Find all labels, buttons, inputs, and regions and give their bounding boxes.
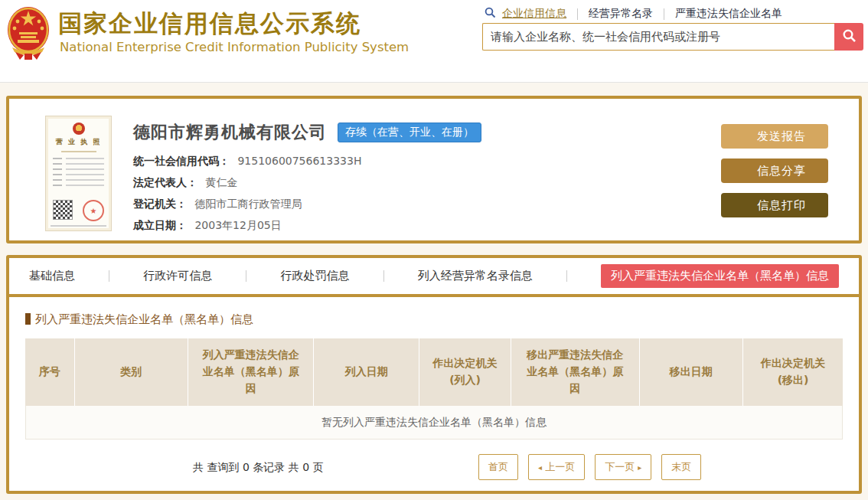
license-text-line <box>53 158 104 159</box>
nav-link-serious-violations[interactable]: 严重违法失信企业名单 <box>675 7 782 21</box>
site-title-english: National Enterprise Credit Information P… <box>60 40 409 54</box>
section-title-marker <box>25 313 31 325</box>
field-value: 2003年12月05日 <box>194 219 281 231</box>
license-text-line <box>53 168 104 170</box>
pagination-buttons: 首页 ◂ 上一页 下一页 ▸ 末页 <box>478 454 701 480</box>
field-value: 德阳市工商行政管理局 <box>194 198 302 210</box>
tab-basic-info[interactable]: 基础信息 <box>29 269 75 283</box>
next-arrow-icon: ▸ <box>638 463 641 472</box>
col-header-category: 类别 <box>74 338 188 406</box>
field-credit-code: 统一社会信用代码： 91510600756613333H <box>133 155 481 168</box>
national-emblem-logo <box>6 5 51 64</box>
license-text-line <box>61 151 96 152</box>
col-header-removal-reason: 移出严重违法失信企业名单（黑名单）原因 <box>511 338 639 406</box>
next-page-button[interactable]: 下一页 ▸ <box>595 454 651 480</box>
tab-blacklist-info[interactable]: 列入严重违法失信企业名单（黑名单）信息 <box>601 264 839 288</box>
search-button[interactable] <box>834 23 863 51</box>
field-value: 91510600756613333H <box>237 155 361 167</box>
license-text-line <box>53 179 104 181</box>
prev-page-button[interactable]: ◂ 上一页 <box>528 454 585 480</box>
company-actions: 发送报告 信息分享 信息打印 <box>721 124 828 217</box>
license-bottom: ★ <box>53 198 104 220</box>
tab-separator <box>246 270 246 282</box>
table-header-row: 序号 类别 列入严重违法失信企业名单（黑名单）原因 列入日期 作出决定机关 (列… <box>25 338 843 406</box>
business-license-thumbnail[interactable]: 营 业 执 照 ★ <box>45 116 112 231</box>
nav-separator <box>577 8 578 20</box>
license-title: 营 业 执 照 <box>53 137 104 147</box>
first-page-button[interactable]: 首页 <box>478 454 518 480</box>
search-input[interactable] <box>482 23 834 51</box>
company-info: 德阳市辉勇机械有限公司 存续（在营、开业、在册） 统一社会信用代码： 91510… <box>133 121 481 240</box>
license-text-line <box>53 174 104 175</box>
send-report-button[interactable]: 发送报告 <box>721 124 828 149</box>
license-text-line <box>53 185 104 186</box>
tab-content: 列入严重违法失信企业名单（黑名单）信息 序号 类别 列入严重违法失信企业名单（黑… <box>9 297 859 489</box>
field-establishment-date: 成立日期： 2003年12月05日 <box>133 219 481 233</box>
tab-separator <box>109 270 109 282</box>
field-label: 统一社会信用代码： <box>133 155 230 167</box>
field-label: 登记机关： <box>133 198 187 210</box>
page-body: 营 业 执 照 ★ 德阳市辉勇机械有限公司 存续（在营、开业、在册） 统一社会信… <box>0 83 868 500</box>
nav-separator <box>664 8 664 20</box>
pagination-summary: 共 查询到 0 条记录 共 0 页 <box>193 461 324 475</box>
top-nav: 企业信用信息 经营异常名录 严重违法失信企业名单 <box>485 7 782 21</box>
col-header-index: 序号 <box>25 338 74 406</box>
share-info-button[interactable]: 信息分享 <box>721 158 828 183</box>
col-header-deciding-authority-out: 作出决定机关 (移出) <box>743 338 843 406</box>
search-icon <box>485 7 496 21</box>
nav-link-enterprise-credit[interactable]: 企业信用信息 <box>502 7 566 21</box>
field-registration-authority: 登记机关： 德阳市工商行政管理局 <box>133 198 481 211</box>
status-badge: 存续（在营、开业、在册） <box>338 123 481 142</box>
field-legal-representative: 法定代表人： 黄仁金 <box>133 176 481 190</box>
blacklist-table: 序号 类别 列入严重违法失信企业名单（黑名单）原因 列入日期 作出决定机关 (列… <box>25 338 843 406</box>
tab-administrative-licensing[interactable]: 行政许可信息 <box>143 269 212 283</box>
field-label: 法定代表人： <box>133 176 197 188</box>
col-header-removal-date: 移出日期 <box>639 338 743 406</box>
tab-bar: 基础信息 行政许可信息 行政处罚信息 列入经营异常名录信息 列入严重违法失信企业… <box>9 258 859 297</box>
tab-administrative-penalty[interactable]: 行政处罚信息 <box>281 269 350 283</box>
site-title-chinese: 国家企业信用信息公示系统 <box>58 8 361 40</box>
site-header: 国家企业信用信息公示系统 National Enterprise Credit … <box>0 0 868 83</box>
col-header-inclusion-reason: 列入严重违法失信企业名单（黑名单）原因 <box>188 338 314 406</box>
col-header-deciding-authority-in: 作出决定机关 (列入) <box>419 338 511 406</box>
nav-link-abnormal-operations[interactable]: 经营异常名录 <box>589 7 653 21</box>
tab-separator <box>566 270 567 282</box>
company-summary-card: 营 业 执 照 ★ 德阳市辉勇机械有限公司 存续（在营、开业、在册） 统一社会信… <box>6 96 862 243</box>
red-seal-icon: ★ <box>83 200 104 221</box>
license-emblem-icon <box>73 123 85 135</box>
company-name: 德阳市辉勇机械有限公司 <box>133 121 327 144</box>
qr-code-icon <box>53 200 73 220</box>
license-text-line <box>51 225 106 227</box>
detail-card: 基础信息 行政许可信息 行政处罚信息 列入经营异常名录信息 列入严重违法失信企业… <box>6 255 862 494</box>
section-title: 列入严重违法失信企业名单（黑名单）信息 <box>25 312 843 327</box>
last-page-button[interactable]: 末页 <box>661 454 701 480</box>
search-button-icon <box>842 28 857 45</box>
license-text-line <box>53 163 104 165</box>
col-header-inclusion-date: 列入日期 <box>314 338 419 406</box>
field-value: 黄仁金 <box>205 176 237 188</box>
pagination: 共 查询到 0 条记录 共 0 页 首页 ◂ 上一页 下一页 ▸ 末页 <box>25 454 843 489</box>
table-empty-message: 暂无列入严重违法失信企业名单（黑名单）信息 <box>25 406 843 440</box>
field-label: 成立日期： <box>133 219 187 231</box>
tab-abnormal-operations-list[interactable]: 列入经营异常名录信息 <box>418 269 533 283</box>
prev-arrow-icon: ◂ <box>538 463 542 472</box>
tab-separator <box>383 270 384 282</box>
company-fields: 统一社会信用代码： 91510600756613333H 法定代表人： 黄仁金 … <box>133 155 481 233</box>
search-bar <box>482 23 863 51</box>
print-info-button[interactable]: 信息打印 <box>721 193 828 217</box>
